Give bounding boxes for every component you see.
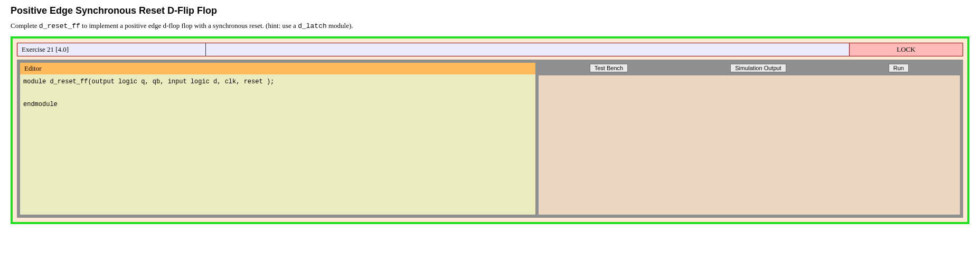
editor-header: Editor <box>20 63 535 74</box>
lock-button[interactable]: LOCK <box>850 43 963 56</box>
right-panel: Test Bench Simulation Output Run <box>539 63 960 215</box>
exercise-spacer <box>206 43 850 56</box>
workspace: Editor Test Bench Simulation Output Run <box>17 60 963 218</box>
editor-panel: Editor <box>20 63 535 215</box>
output-area[interactable] <box>539 75 960 215</box>
exercise-label: Exercise 21 [4.0] <box>17 43 206 56</box>
exercise-container: Exercise 21 [4.0] LOCK Editor Test Bench… <box>11 36 969 224</box>
instructions-mid: to implement a positive edge d-flop flop… <box>80 22 298 30</box>
test-bench-button[interactable]: Test Bench <box>590 64 628 72</box>
instructions-prefix: Complete <box>11 22 39 30</box>
exercise-header-row: Exercise 21 [4.0] LOCK <box>17 43 963 56</box>
instructions-code-hint: d_latch <box>298 22 327 30</box>
run-button[interactable]: Run <box>889 64 909 72</box>
instructions-suffix: module). <box>327 22 353 30</box>
simulation-output-button[interactable]: Simulation Output <box>730 64 786 72</box>
instructions-text: Complete d_reset_ff to implement a posit… <box>11 22 969 30</box>
instructions-code-module: d_reset_ff <box>39 22 80 30</box>
page-title: Positive Edge Synchronous Reset D-Flip F… <box>11 5 969 16</box>
button-row: Test Bench Simulation Output Run <box>539 63 960 75</box>
code-editor[interactable] <box>20 74 535 215</box>
